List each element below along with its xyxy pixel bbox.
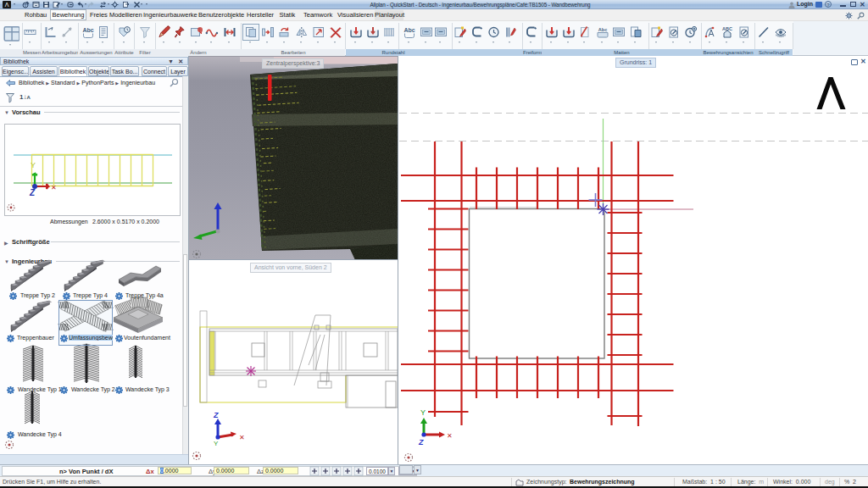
svg-text:Y: Y [214, 440, 219, 447]
svg-text:Z: Z [418, 438, 424, 446]
svg-text:Z: Z [213, 411, 219, 419]
svg-text:Abc: Abc [403, 27, 415, 33]
svg-text:Abc: Abc [82, 27, 93, 33]
svg-text:Y: Y [31, 161, 36, 169]
svg-text:Abc: Abc [598, 27, 607, 32]
svg-text:Z: Z [29, 188, 36, 197]
svg-text:Y: Y [420, 408, 426, 417]
svg-text:✕: ✕ [239, 434, 245, 441]
svg-text:✕: ✕ [447, 432, 453, 440]
svg-text:✕: ✕ [51, 184, 57, 191]
